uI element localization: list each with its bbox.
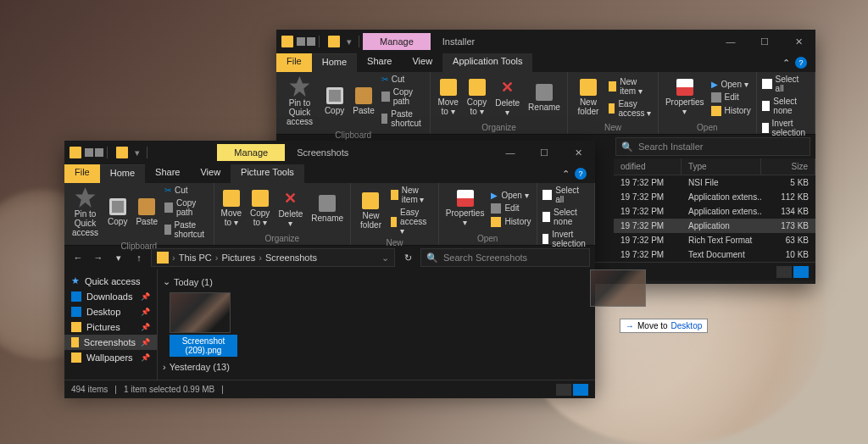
tab-file[interactable]: File (276, 53, 312, 72)
move-to-button[interactable]: Move to ▾ (218, 185, 245, 232)
files-pane[interactable]: ⌄Today (1) Screenshot (209).png ›Yesterd… (158, 269, 595, 380)
help-icon[interactable]: ? (575, 168, 587, 180)
paste-shortcut-button[interactable]: Paste shortcut (163, 219, 210, 240)
pin-button[interactable]: Pin to Quick access (68, 185, 103, 240)
open-button[interactable]: ▶Open ▾ (489, 190, 532, 201)
manage-tab[interactable]: Manage (217, 144, 285, 161)
file-row[interactable]: 19 7:32 PMText Document10 KB (614, 247, 815, 262)
maximize-button[interactable]: ☐ (527, 141, 561, 164)
delete-button[interactable]: ✕Delete▾ (275, 185, 306, 232)
crumb-screenshots[interactable]: Screenshots (265, 253, 317, 263)
chevron-down-icon[interactable]: ⌄ (381, 253, 389, 264)
group-yesterday[interactable]: ›Yesterday (13) (163, 360, 590, 374)
view-icons-button[interactable] (573, 384, 588, 396)
invert-selection-button[interactable]: Invert selection (760, 118, 811, 138)
tab-app-tools[interactable]: Application Tools (442, 53, 532, 72)
tab-picture-tools[interactable]: Picture Tools (231, 164, 304, 183)
chevron-down-icon[interactable]: ▾ (347, 36, 352, 47)
copy-to-button[interactable]: Copy to ▾ (464, 74, 490, 121)
collapse-ribbon-icon[interactable]: ⌃ (562, 169, 570, 180)
sidebar-screenshots[interactable]: Screenshots📌 (64, 335, 157, 350)
refresh-button[interactable]: ↻ (398, 253, 417, 264)
sidebar-wallpapers[interactable]: Wallpapers📌 (64, 350, 157, 365)
column-headers[interactable]: odified Type Size (614, 158, 815, 175)
sidebar-pictures[interactable]: Pictures📌 (64, 319, 157, 335)
paste-button[interactable]: Paste (132, 185, 161, 240)
back-button[interactable]: ← (70, 249, 86, 266)
qat[interactable] (85, 148, 103, 157)
titlebar[interactable]: ▾ Manage Screenshots — ☐ ✕ (64, 141, 595, 164)
delete-button[interactable]: ✕Delete▾ (492, 74, 523, 121)
qat[interactable] (297, 37, 315, 46)
cut-button[interactable]: ✂Cut (380, 74, 427, 85)
sidebar-downloads[interactable]: Downloads📌 (64, 289, 157, 304)
collapse-ribbon-icon[interactable]: ⌃ (782, 58, 790, 69)
tab-share[interactable]: Share (145, 164, 190, 183)
chevron-down-icon[interactable]: ▾ (135, 147, 140, 158)
select-all-button[interactable]: Select all (541, 185, 591, 205)
col-size[interactable]: Size (761, 158, 815, 175)
new-folder-button[interactable]: New folder (571, 74, 605, 121)
cut-button[interactable]: ✂Cut (163, 185, 210, 196)
history-button[interactable]: History (489, 216, 532, 228)
titlebar[interactable]: ▾ Manage Installer — ☐ ✕ (276, 30, 815, 53)
close-button[interactable]: ✕ (561, 141, 595, 164)
view-details-button[interactable] (556, 384, 571, 396)
file-row[interactable]: 19 7:32 PMApplication173 KB (614, 219, 815, 233)
edit-button[interactable]: Edit (489, 203, 532, 214)
properties-button[interactable]: Properties▾ (662, 74, 708, 121)
tab-view[interactable]: View (190, 164, 231, 183)
properties-button[interactable]: Properties▾ (442, 185, 488, 232)
new-item-button[interactable]: New item ▾ (607, 76, 654, 97)
close-button[interactable]: ✕ (782, 30, 815, 53)
invert-selection-button[interactable]: Invert selection (541, 229, 591, 249)
col-modified[interactable]: odified (614, 158, 682, 175)
tab-home[interactable]: Home (100, 164, 145, 183)
tab-view[interactable]: View (402, 53, 442, 72)
view-icons-button[interactable] (793, 266, 809, 278)
new-item-button[interactable]: New item ▾ (389, 185, 435, 205)
forward-button[interactable]: → (90, 249, 107, 266)
open-button[interactable]: ▶Open ▾ (709, 79, 753, 90)
sidebar-quick-access[interactable]: ★Quick access (64, 273, 157, 289)
minimize-button[interactable]: — (714, 30, 748, 53)
search-input[interactable]: 🔍 Search Screenshots (420, 248, 590, 267)
copy-button[interactable]: Copy (321, 74, 348, 129)
search-input[interactable]: 🔍 Search Installer (615, 137, 810, 156)
recent-button[interactable]: ▾ (110, 249, 127, 266)
copy-path-button[interactable]: Copy path (380, 86, 427, 107)
group-today[interactable]: ⌄Today (1) (163, 275, 590, 289)
file-row[interactable]: 19 7:32 PMApplication extens...112 KB (614, 190, 815, 204)
maximize-button[interactable]: ☐ (748, 30, 782, 53)
select-none-button[interactable]: Select none (760, 96, 811, 116)
easy-access-button[interactable]: Easy access ▾ (607, 98, 654, 119)
tab-file[interactable]: File (64, 164, 100, 183)
view-details-button[interactable] (776, 266, 792, 278)
sidebar-desktop[interactable]: Desktop📌 (64, 304, 157, 319)
select-none-button[interactable]: Select none (541, 207, 591, 227)
file-row[interactable]: 19 7:32 PMNSI File5 KB (614, 175, 815, 190)
new-folder-button[interactable]: New folder (354, 185, 387, 236)
history-button[interactable]: History (709, 105, 753, 117)
file-row[interactable]: 19 7:32 PMRich Text Format63 KB (614, 233, 815, 247)
tab-home[interactable]: Home (312, 53, 357, 72)
pin-button[interactable]: Pin to Quick access (280, 74, 320, 129)
tab-share[interactable]: Share (357, 53, 402, 72)
copy-button[interactable]: Copy (104, 185, 131, 240)
copy-to-button[interactable]: Copy to ▾ (247, 185, 273, 232)
select-all-button[interactable]: Select all (760, 74, 811, 94)
easy-access-button[interactable]: Easy access ▾ (389, 207, 435, 236)
file-row[interactable]: 19 7:32 PMApplication extens...134 KB (614, 204, 815, 219)
file-thumbnail[interactable]: Screenshot (209).png (170, 292, 237, 357)
up-button[interactable]: ↑ (131, 249, 147, 266)
paste-shortcut-button[interactable]: Paste shortcut (380, 108, 427, 129)
crumb-root[interactable]: This PC (179, 253, 212, 263)
edit-button[interactable]: Edit (709, 92, 753, 103)
help-icon[interactable]: ? (795, 57, 807, 69)
breadcrumb[interactable]: › This PC › Pictures › Screenshots ⌄ (151, 248, 395, 267)
manage-tab[interactable]: Manage (363, 33, 431, 50)
rename-button[interactable]: Rename (525, 74, 564, 121)
rename-button[interactable]: Rename (308, 185, 347, 232)
paste-button[interactable]: Paste (349, 74, 378, 129)
move-to-button[interactable]: Move to ▾ (434, 74, 461, 121)
